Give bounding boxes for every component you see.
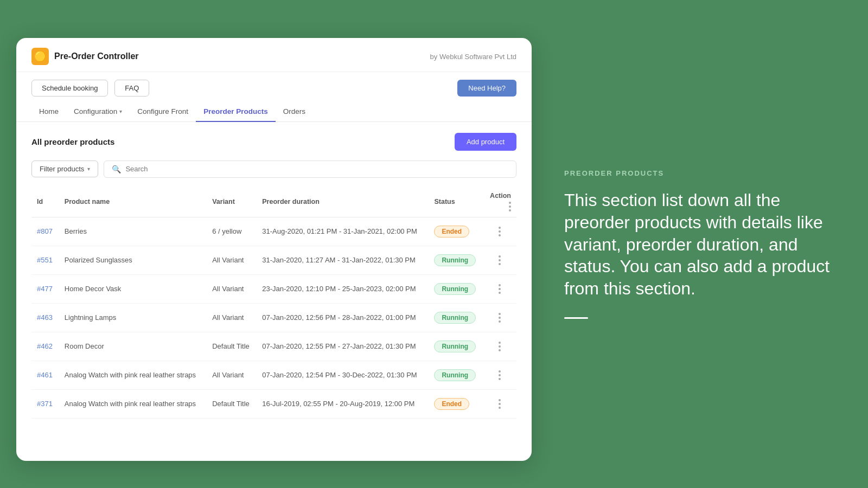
cell-id[interactable]: #807	[31, 217, 59, 246]
products-table: Id Product name Variant Preorder duratio…	[31, 188, 516, 419]
filter-products-button[interactable]: Filter products ▾	[31, 160, 98, 177]
schedule-booking-button[interactable]: Schedule booking	[31, 80, 108, 97]
cell-action	[483, 274, 516, 303]
tab-orders[interactable]: Orders	[276, 102, 313, 122]
chevron-down-icon: ▾	[119, 108, 122, 114]
toolbar-row: Schedule booking FAQ Need Help?	[16, 72, 532, 102]
cell-id[interactable]: #462	[31, 332, 59, 361]
action-menu-button[interactable]	[489, 397, 511, 411]
section-header: All preorder products Add product	[31, 133, 516, 151]
status-badge: Running	[434, 254, 476, 266]
table-row: #463 Lightning Lamps All Variant 07-Jan-…	[31, 303, 516, 332]
filter-row: Filter products ▾ 🔍	[31, 160, 516, 178]
status-badge: Running	[434, 341, 476, 352]
cell-variant: Default Title	[207, 332, 257, 361]
rp-description: This section list down all the preorder …	[564, 189, 835, 300]
cell-status: Ended	[429, 389, 483, 418]
content-area: All preorder products Add product Filter…	[16, 122, 532, 461]
cell-variant: Default Title	[207, 389, 257, 418]
cell-product-name: Berries	[59, 217, 207, 246]
status-badge: Ended	[434, 398, 469, 410]
tab-configuration[interactable]: Configuration ▾	[66, 102, 130, 122]
action-menu-button[interactable]	[489, 311, 511, 325]
cell-duration: 07-Jan-2020, 12:55 PM - 27-Jan-2022, 01:…	[257, 332, 429, 361]
th-preorder-duration: Preorder duration	[257, 188, 429, 217]
cell-action	[483, 217, 516, 246]
app-title: Pre-Order Controller	[54, 52, 139, 61]
table-row: #462 Room Decor Default Title 07-Jan-202…	[31, 332, 516, 361]
tab-configure-front[interactable]: Configure Front	[130, 102, 196, 122]
cell-variant: All Variant	[207, 274, 257, 303]
cell-id[interactable]: #461	[31, 361, 59, 389]
app-header: 🟡 Pre-Order Controller by Webkul Softwar…	[16, 38, 532, 72]
table-row: #551 Polarized Sunglasses All Variant 31…	[31, 246, 516, 274]
cell-action	[483, 246, 516, 274]
cell-variant: All Variant	[207, 246, 257, 274]
cell-id[interactable]: #371	[31, 389, 59, 418]
page-wrapper: 🟡 Pre-Order Controller by Webkul Softwar…	[0, 0, 868, 488]
table-header-row: Id Product name Variant Preorder duratio…	[31, 188, 516, 217]
right-panel: PREORDER PRODUCTS This section list down…	[532, 137, 868, 352]
cell-status: Running	[429, 332, 483, 361]
faq-button[interactable]: FAQ	[114, 80, 149, 97]
cell-duration: 23-Jan-2020, 12:10 PM - 25-Jan-2023, 02:…	[257, 274, 429, 303]
status-badge: Ended	[434, 226, 469, 237]
cell-duration: 16-Jul-2019, 02:55 PM - 20-Aug-2019, 12:…	[257, 389, 429, 418]
add-product-button[interactable]: Add product	[455, 133, 516, 151]
search-box: 🔍	[104, 160, 516, 178]
table-row: #371 Analog Watch with pink real leather…	[31, 389, 516, 418]
cell-product-name: Lightning Lamps	[59, 303, 207, 332]
status-badge: Running	[434, 283, 476, 295]
cell-variant: All Variant	[207, 303, 257, 332]
tab-home[interactable]: Home	[31, 102, 66, 122]
cell-status: Running	[429, 303, 483, 332]
action-header-dots	[509, 202, 511, 211]
cell-product-name: Analog Watch with pink real leather stra…	[59, 361, 207, 389]
cell-id[interactable]: #463	[31, 303, 59, 332]
cell-duration: 07-Jan-2020, 12:56 PM - 28-Jan-2022, 01:…	[257, 303, 429, 332]
th-variant: Variant	[207, 188, 257, 217]
action-menu-button[interactable]	[489, 224, 511, 239]
table-row: #461 Analog Watch with pink real leather…	[31, 361, 516, 389]
cell-id[interactable]: #477	[31, 274, 59, 303]
rp-label: PREORDER PRODUCTS	[564, 169, 835, 177]
search-icon: 🔍	[112, 165, 121, 174]
th-status: Status	[429, 188, 483, 217]
section-title: All preorder products	[31, 137, 114, 146]
th-action: Action	[483, 188, 516, 217]
th-product-name: Product name	[59, 188, 207, 217]
cell-status: Running	[429, 361, 483, 389]
app-logo-icon: 🟡	[31, 48, 49, 65]
cell-action	[483, 361, 516, 389]
header-by: by Webkul Software Pvt Ltd	[430, 53, 516, 61]
action-menu-button[interactable]	[489, 253, 511, 267]
app-logo: 🟡 Pre-Order Controller	[31, 48, 139, 65]
table-body: #807 Berries 6 / yellow 31-Aug-2020, 01:…	[31, 217, 516, 418]
cell-variant: 6 / yellow	[207, 217, 257, 246]
nav-tabs: Home Configuration ▾ Configure Front Pre…	[16, 102, 532, 122]
table-row: #477 Home Decor Vask All Variant 23-Jan-…	[31, 274, 516, 303]
cell-action	[483, 332, 516, 361]
tab-preorder-products[interactable]: Preorder Products	[196, 102, 276, 122]
cell-product-name: Home Decor Vask	[59, 274, 207, 303]
search-input[interactable]	[125, 165, 508, 173]
cell-action	[483, 303, 516, 332]
th-id: Id	[31, 188, 59, 217]
cell-status: Running	[429, 246, 483, 274]
cell-id[interactable]: #551	[31, 246, 59, 274]
status-badge: Running	[434, 312, 476, 324]
cell-duration: 07-Jan-2020, 12:54 PM - 30-Dec-2022, 01:…	[257, 361, 429, 389]
rp-divider	[564, 317, 588, 319]
filter-chevron-icon: ▾	[87, 166, 90, 172]
action-menu-button[interactable]	[489, 282, 511, 296]
need-help-button[interactable]: Need Help?	[457, 80, 516, 97]
action-menu-button[interactable]	[489, 368, 511, 382]
cell-status: Ended	[429, 217, 483, 246]
table-wrap: Id Product name Variant Preorder duratio…	[31, 188, 516, 419]
cell-product-name: Polarized Sunglasses	[59, 246, 207, 274]
cell-variant: All Variant	[207, 361, 257, 389]
cell-duration: 31-Aug-2020, 01:21 PM - 31-Jan-2021, 02:…	[257, 217, 429, 246]
table-row: #807 Berries 6 / yellow 31-Aug-2020, 01:…	[31, 217, 516, 246]
action-menu-button[interactable]	[489, 339, 511, 354]
status-badge: Running	[434, 369, 476, 381]
